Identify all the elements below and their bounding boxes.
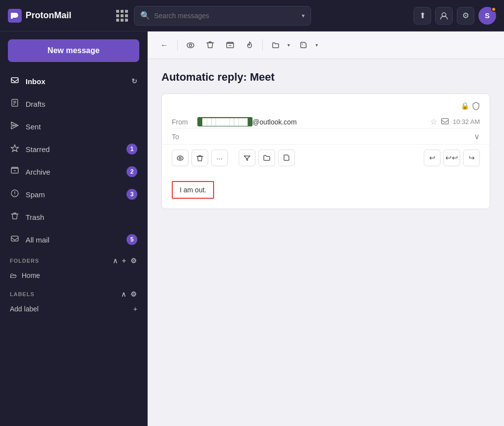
to-row: To ∨ [172,128,480,144]
msg-delete-button[interactable] [191,150,208,166]
topbar: ProtonMail 🔍 ▾ ⬆ ⚙ S [0,0,504,31]
contacts-button[interactable] [435,7,453,25]
contacts-icon [440,11,448,20]
security-icons: 🔒 [172,102,480,115]
forward-button[interactable]: ↪ [463,150,480,166]
folder-home[interactable]: 🗁 Home [0,267,147,284]
msg-action-group-right: ↩ ↩↩ ↪ [424,150,480,166]
email-icon [441,118,449,126]
time-value: 10:32 AM [453,118,480,125]
allmail-label: All mail [26,236,121,244]
from-label: From [172,118,191,126]
labels-settings-icon[interactable]: ⚙ [130,290,137,298]
spam-badge: 3 [126,189,137,200]
move-button[interactable] [267,36,284,54]
from-row: From ██████████ @outlook.com ☆ 10:32 AM [172,115,480,128]
archive-icon [10,166,20,177]
label-icon [300,41,308,49]
labels-section-header: LABELS ∧ ⚙ [0,284,147,300]
allmail-icon [10,234,20,245]
msg-more-button[interactable]: ··· [211,150,228,166]
sidebar-item-starred[interactable]: Starred 1 [0,138,147,160]
add-label-label: Add label [10,305,38,313]
sidebar-item-spam[interactable]: Spam 3 [0,183,147,206]
from-name: ██████████ [197,117,252,126]
allmail-badge: 5 [126,234,137,245]
archive-badge: 2 [126,166,137,177]
spam-label: Spam [26,190,121,199]
search-input[interactable] [154,12,298,20]
from-email: ██████████ @outlook.com [197,117,297,126]
shield-icon [472,102,480,112]
fire-icon [246,41,253,50]
search-icon: 🔍 [140,11,150,20]
topbar-actions: ⬆ ⚙ S [413,7,496,25]
spam-icon [10,189,20,200]
svg-point-18 [302,43,303,44]
email-toolbar: ← ▾ [148,31,504,59]
folder-home-icon: 🗁 [10,272,17,279]
msg-hide-button[interactable] [172,150,189,166]
from-domain: @outlook.com [252,118,297,126]
delete-button[interactable] [201,36,219,54]
notification-dot [491,7,496,12]
sidebar-item-allmail[interactable]: All mail 5 [0,228,147,251]
delete-icon [206,41,214,49]
svg-point-15 [189,44,192,46]
archive-toolbar-button[interactable] [221,36,239,54]
sidebar-item-inbox[interactable]: Inbox ↻ [0,70,147,92]
move-dropdown-button[interactable]: ▾ [284,36,293,54]
refresh-icon[interactable]: ↻ [131,77,137,85]
labels-chevron-icon[interactable]: ∧ [121,290,126,298]
label-button-group: ▾ [295,36,321,54]
reply-button[interactable]: ↩ [424,150,441,166]
grid-menu-icon[interactable] [116,10,128,22]
search-bar: 🔍 ▾ [134,6,311,26]
back-button[interactable]: ← [156,36,173,54]
archive-label: Archive [26,168,121,176]
add-folder-button[interactable]: + [122,257,126,265]
reply-all-button[interactable]: ↩↩ [443,150,460,166]
folder-icon [272,41,280,49]
protonmail-logo-icon [8,9,22,23]
settings-button[interactable]: ⚙ [457,7,474,25]
msg-filter-button[interactable] [239,150,255,166]
message-actions-bar: ··· ↩ ↩↩ [162,144,490,171]
sidebar-item-trash[interactable]: Trash [0,206,147,228]
to-expand-chevron[interactable]: ∨ [474,132,480,141]
message-header: 🔒 From ██████████ @outlook.com ☆ [162,94,490,144]
msg-label-button[interactable] [278,150,295,166]
svg-point-14 [187,43,194,48]
inbox-label: Inbox [26,77,126,86]
add-label-item[interactable]: Add label + [0,300,147,318]
fire-button[interactable] [241,36,258,54]
search-chevron-icon[interactable]: ▾ [302,12,305,19]
folders-chevron-icon[interactable]: ∧ [113,257,118,265]
folders-section-header: FOLDERS ∧ + ⚙ [0,251,147,267]
sidebar-item-archive[interactable]: Archive 2 [0,160,147,183]
labels-label: LABELS [10,291,117,297]
to-label: To [172,133,191,141]
drafts-label: Drafts [26,100,137,108]
app-name: ProtonMail [26,10,71,21]
label-button[interactable] [295,36,313,54]
avatar-label: S [485,11,490,20]
avatar-button[interactable]: S [478,7,496,25]
folders-settings-icon[interactable]: ⚙ [130,257,137,265]
sidebar-item-sent[interactable]: Sent [0,115,147,138]
hide-button[interactable] [182,36,199,54]
label-dropdown-button[interactable]: ▾ [313,36,321,54]
toolbar-divider-1 [177,39,178,51]
email-view: Automatic reply: Meet 🔒 From ██████████ [148,59,504,426]
sent-icon [10,121,20,132]
body-text-highlighted: I am out. [172,181,214,199]
star-icon[interactable]: ☆ [430,117,437,126]
new-message-button[interactable]: New message [8,39,139,62]
sidebar-item-drafts[interactable]: Drafts [0,92,147,115]
move-button-group: ▾ [267,36,293,54]
upload-button[interactable]: ⬆ [413,7,431,25]
msg-folder-button[interactable] [258,150,275,166]
message-card: 🔒 From ██████████ @outlook.com ☆ [161,93,490,209]
add-label-icon[interactable]: + [133,305,137,313]
hide-icon [186,42,195,49]
